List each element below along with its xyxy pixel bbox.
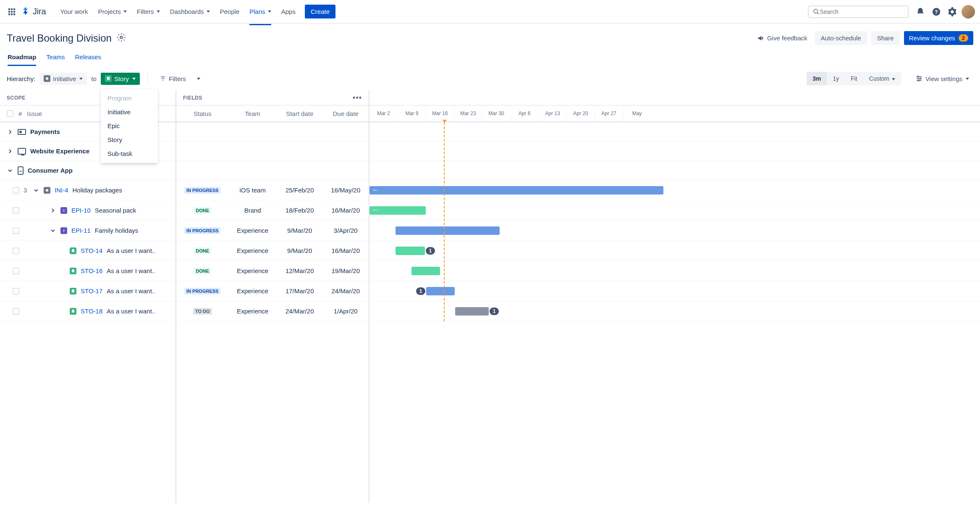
issue-row[interactable]: 3 INI-4 Holiday packages [0,180,176,200]
hierarchy-to-select[interactable]: Story Program Initiative Epic Story Sub-… [101,73,140,85]
row-checkbox[interactable] [13,227,19,234]
status-lozenge[interactable]: IN PROGRESS [184,227,220,234]
team-value[interactable]: iOS team [239,187,266,194]
row-checkbox[interactable] [13,268,19,274]
gantt-bar[interactable] [396,226,500,235]
gantt-bar[interactable]: ← [369,206,426,215]
due-date-value[interactable]: 16/May/20 [331,187,360,194]
help-icon[interactable]: ? [930,5,943,18]
team-value[interactable]: Brand [244,207,261,214]
issue-row[interactable]: STO-16 As a user I want.. [0,261,176,281]
auto-schedule-button[interactable]: Auto-schedule [815,31,867,45]
dropdown-item-initiative[interactable]: Initiative [101,105,158,119]
nav-plans[interactable]: Plans [245,5,275,18]
issue-key[interactable]: STO-16 [81,267,102,274]
product-logo[interactable]: Jira [21,7,46,17]
issue-row[interactable]: EPI-10 Seasonal pack [0,200,176,221]
status-lozenge[interactable]: DONE [194,268,211,274]
nav-filters[interactable]: Filters [133,5,164,18]
app-switcher-icon[interactable] [5,5,18,18]
start-date-value[interactable]: 9/Mar/20 [287,247,312,254]
timeframe-fit[interactable]: Fit [845,72,863,85]
due-date-value[interactable]: 16/Mar/20 [331,247,360,254]
chevron-right-icon[interactable] [7,129,13,135]
row-checkbox[interactable] [13,247,19,254]
row-checkbox[interactable] [13,187,19,194]
dropdown-item-epic[interactable]: Epic [101,119,158,133]
gantt-bar[interactable] [396,247,425,255]
start-date-value[interactable]: 17/Mar/20 [286,287,314,295]
issue-key[interactable]: STO-18 [81,308,102,315]
chevron-right-icon[interactable] [50,207,56,214]
review-changes-button[interactable]: Review changes 2 [904,31,973,45]
view-settings-button[interactable]: View settings [911,72,973,85]
gantt-bar[interactable] [426,287,455,295]
timeframe-custom[interactable]: Custom [863,72,901,85]
start-date-value[interactable]: 9/Mar/20 [287,227,312,234]
status-lozenge[interactable]: DONE [194,247,211,254]
notifications-icon[interactable] [914,5,927,18]
timeframe-1y[interactable]: 1y [827,72,845,85]
filters-button[interactable]: Filters [155,73,204,85]
nav-projects[interactable]: Projects [94,5,131,18]
give-feedback-button[interactable]: Give feedback [754,32,811,45]
user-avatar[interactable] [962,5,975,18]
hierarchy-from-select[interactable]: Initiative [39,73,87,85]
due-date-value[interactable]: 16/Mar/20 [331,207,360,214]
start-date-value[interactable]: 24/Mar/20 [286,308,314,315]
due-date-value[interactable]: 3/Apr/20 [334,227,358,234]
dropdown-item-subtask[interactable]: Sub-task [101,147,158,160]
due-date-value[interactable]: 19/Mar/20 [331,267,360,274]
gantt-bar[interactable] [455,307,489,316]
select-all-checkbox[interactable] [7,110,13,117]
issue-key[interactable]: EPI-11 [71,227,91,234]
row-checkbox[interactable] [13,207,19,214]
start-date-value[interactable]: 25/Feb/20 [286,187,314,194]
issue-row[interactable]: STO-14 As a user I want.. [0,241,176,261]
chevron-down-icon[interactable] [33,187,39,194]
row-checkbox[interactable] [13,288,19,295]
chevron-right-icon[interactable] [7,148,13,155]
settings-icon[interactable] [946,5,959,18]
dropdown-item-story[interactable]: Story [101,133,158,147]
due-date-value[interactable]: 24/Mar/20 [331,287,360,295]
row-checkbox[interactable] [13,308,19,315]
team-value[interactable]: Experience [237,308,268,315]
issue-row[interactable]: EPI-11 Family holidays [0,221,176,241]
tab-releases[interactable]: Releases [75,53,102,66]
due-date-value[interactable]: 1/Apr/20 [334,308,358,315]
nav-dashboards[interactable]: Dashboards [166,5,214,18]
status-lozenge[interactable]: IN PROGRESS [184,187,220,194]
start-date-value[interactable]: 18/Feb/20 [286,207,314,214]
team-value[interactable]: Experience [237,287,268,295]
dependency-badge[interactable]: 1 [416,287,425,295]
issue-row[interactable]: STO-17 As a user I want.. [0,281,176,301]
status-lozenge[interactable]: TO DO [193,308,212,315]
issue-key[interactable]: STO-14 [81,247,102,254]
tab-teams[interactable]: Teams [46,53,65,66]
fields-menu-icon[interactable]: ••• [353,93,362,102]
team-value[interactable]: Experience [237,247,268,254]
dependency-badge[interactable]: 1 [426,247,435,255]
issue-row[interactable]: STO-18 As a user I want.. [0,301,176,321]
timeframe-3m[interactable]: 3m [807,72,827,85]
issue-key[interactable]: STO-17 [81,287,102,295]
search-input[interactable] [820,8,904,15]
share-button[interactable]: Share [871,31,900,45]
start-date-value[interactable]: 12/Mar/20 [286,267,314,274]
group-consumer-app[interactable]: Consumer App [0,161,176,180]
team-value[interactable]: Experience [237,267,268,274]
issue-key[interactable]: EPI-10 [71,207,91,214]
team-value[interactable]: Experience [237,227,268,234]
search-box[interactable] [808,5,909,18]
chevron-down-icon[interactable] [7,167,13,174]
tab-roadmap[interactable]: Roadmap [8,53,36,66]
nav-people[interactable]: People [216,5,244,18]
status-lozenge[interactable]: IN PROGRESS [184,288,220,295]
plan-settings-icon[interactable] [117,33,126,43]
nav-your-work[interactable]: Your work [56,5,92,18]
create-button[interactable]: Create [305,5,335,18]
issue-key[interactable]: INI-4 [55,187,68,194]
gantt-bar[interactable]: ← [369,186,663,195]
status-lozenge[interactable]: DONE [194,207,211,214]
